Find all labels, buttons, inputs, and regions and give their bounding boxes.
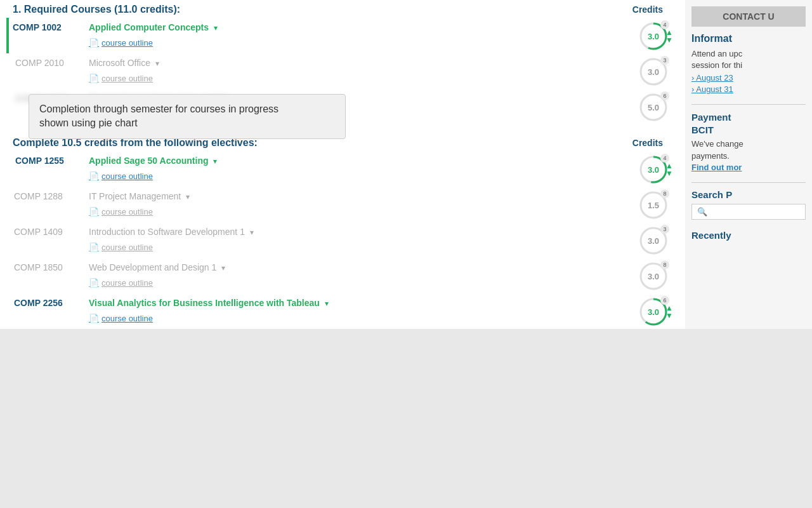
chevron-down-icon: ▾ xyxy=(221,264,225,272)
payment-heading: Payment BCIT xyxy=(691,111,806,136)
info-heading: Informat xyxy=(691,33,806,44)
course-code: COMP 1850 xyxy=(14,262,63,272)
course-outline-link[interactable]: 📄 course outline xyxy=(89,38,623,48)
outline-icon: 📄 xyxy=(89,74,99,83)
course-name: Applied Computer Concepts xyxy=(89,22,209,32)
table-row: COMP 1255 Applied Sage 50 Accounting ▾ 3… xyxy=(8,151,679,170)
required-heading: 1. Required Courses (11.0 credits): xyxy=(13,4,180,15)
course-name: IT Project Management xyxy=(89,191,181,201)
table-row: COMP 1002 Applied Computer Concepts ▾ xyxy=(8,18,679,36)
table-row-outline: 📄 course outline xyxy=(8,312,679,329)
info-section: Informat Attend an upc session for thi A… xyxy=(691,33,806,94)
info-link-2[interactable]: August 31 xyxy=(691,84,806,94)
sidebar-divider xyxy=(691,104,806,105)
credit-circle: 3.0 6 ▲▼ xyxy=(638,296,669,328)
table-row-outline: 📄 course outline xyxy=(8,36,679,53)
table-row: COMP 1288 IT Project Management ▾ 1.5 8 xyxy=(8,187,679,205)
find-out-more-link[interactable]: Find out mor xyxy=(691,163,742,172)
table-row: COMP 2256 Visual Analytics for Business … xyxy=(8,293,679,312)
elective-courses-table: COMP 1255 Applied Sage 50 Accounting ▾ 3… xyxy=(6,151,679,329)
course-outline-link[interactable]: 📄 course outline xyxy=(89,314,623,323)
course-outline-link[interactable]: 📄 course outline xyxy=(89,207,623,217)
outline-icon: 📄 xyxy=(89,38,99,48)
credit-stepper: ▲▼ xyxy=(665,29,673,44)
course-code: COMP 1002 xyxy=(13,22,62,32)
table-row-outline: 📄 course outline xyxy=(8,276,679,293)
credit-value: 3.0 xyxy=(648,272,659,281)
table-row: COMP 1850 Web Development and Design 1 ▾… xyxy=(8,258,679,276)
info-link-1[interactable]: August 23 xyxy=(691,73,806,83)
chevron-down-icon: ▾ xyxy=(186,192,190,201)
payment-text: We've change payments. xyxy=(691,138,806,161)
credit-value: 5.0 xyxy=(648,103,659,112)
credit-circle: 3.0 3 xyxy=(638,225,669,257)
chevron-down-icon: ▾ xyxy=(325,299,329,308)
search-section: Search P 🔍 xyxy=(691,189,806,220)
electives-credits-label: Credits xyxy=(632,138,672,148)
search-input[interactable] xyxy=(710,207,800,217)
search-icon: 🔍 xyxy=(697,207,707,217)
credit-circle: 3.0 8 xyxy=(638,260,669,292)
credit-value: 3.0 xyxy=(648,307,659,317)
credit-value: 3.0 xyxy=(648,67,659,77)
credit-stepper: ▲▼ xyxy=(665,162,673,177)
search-box[interactable]: 🔍 xyxy=(691,204,806,220)
course-outline-link[interactable]: 📄 course outline xyxy=(89,243,623,252)
credit-badge: 8 xyxy=(660,189,669,198)
right-sidebar: CONTACT U Informat Attend an upc session… xyxy=(685,0,812,329)
contact-button[interactable]: CONTACT U xyxy=(691,6,806,27)
course-code: COMP 1288 xyxy=(14,191,63,201)
recently-label: Recently xyxy=(691,230,806,241)
credit-badge: 3 xyxy=(660,225,669,234)
sidebar-divider-2 xyxy=(691,182,806,183)
chevron-down-icon: ▾ xyxy=(155,59,159,68)
course-name: Introduction to Software Development 1 xyxy=(89,227,245,237)
tooltip-pie-chart: Completion through semester for courses … xyxy=(29,94,346,139)
course-name: Visual Analytics for Business Intelligen… xyxy=(89,298,320,308)
credit-circle: 3.0 3 xyxy=(638,56,669,88)
chevron-down-icon: ▾ xyxy=(214,23,218,32)
credit-circle: 5.0 6 xyxy=(638,91,669,123)
credit-value: 3.0 xyxy=(648,236,659,246)
credit-circle: 3.0 4 ▲▼ xyxy=(638,154,669,185)
course-code: COMP 2256 xyxy=(14,298,63,308)
chevron-down-icon: ▾ xyxy=(250,228,254,237)
credit-badge: 6 xyxy=(660,91,669,100)
credit-badge: 8 xyxy=(660,260,669,269)
course-name: Microsoft Office xyxy=(89,58,150,68)
course-code: COMP 1409 xyxy=(14,227,63,237)
credit-circle: 3.0 4 ▲▼ xyxy=(638,20,669,52)
course-outline-link[interactable]: 📄 course outline xyxy=(89,171,623,181)
credit-value: 3.0 xyxy=(648,165,659,175)
course-code: COMP 1255 xyxy=(15,156,64,166)
table-row: COMP 2010 Microsoft Office ▾ 3.0 3 xyxy=(8,53,679,72)
required-credits-label: Credits xyxy=(632,4,672,15)
table-row-outline: 📄 course outline xyxy=(8,241,679,258)
payment-section: Payment BCIT We've change payments. Find… xyxy=(691,111,806,171)
table-row: COMP 1409 Introduction to Software Devel… xyxy=(8,222,679,241)
search-heading: Search P xyxy=(691,189,806,200)
credit-value: 3.0 xyxy=(648,32,659,41)
table-row-outline: 📄 course outline xyxy=(8,205,679,222)
outline-icon: 📄 xyxy=(89,207,99,217)
recently-section: Recently xyxy=(691,230,806,241)
outline-icon: 📄 xyxy=(89,314,99,323)
course-outline-link[interactable]: 📄 course outline xyxy=(89,278,623,288)
course-name: Web Development and Design 1 xyxy=(89,262,216,272)
credit-circle: 1.5 8 xyxy=(638,189,669,221)
info-text: Attend an upc session for thi xyxy=(691,48,806,71)
table-row-outline: 📄 course outline xyxy=(8,72,679,89)
credit-badge: 3 xyxy=(660,56,669,65)
credit-value: 1.5 xyxy=(648,201,659,210)
course-code: COMP 2010 xyxy=(15,58,64,68)
table-row-outline: 📄 course outline xyxy=(8,170,679,187)
outline-icon: 📄 xyxy=(89,278,99,288)
chevron-down-icon: ▾ xyxy=(213,157,217,166)
credit-stepper: ▲▼ xyxy=(665,304,673,319)
course-name: Applied Sage 50 Accounting xyxy=(89,156,209,166)
course-outline-link[interactable]: 📄 course outline xyxy=(89,74,623,83)
outline-icon: 📄 xyxy=(89,171,99,181)
outline-icon: 📄 xyxy=(89,243,99,252)
